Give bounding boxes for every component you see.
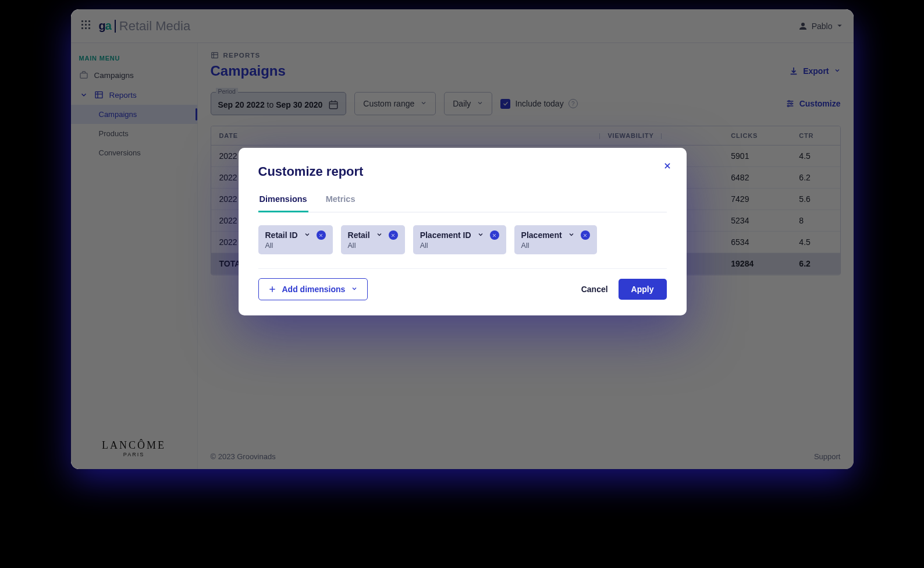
close-icon	[582, 233, 588, 238]
remove-chip-button[interactable]	[317, 230, 326, 240]
remove-chip-button[interactable]	[389, 230, 398, 240]
close-icon	[390, 233, 396, 238]
dimension-chip[interactable]: Retail ID All	[258, 225, 333, 254]
chip-name: Placement	[521, 230, 562, 240]
close-icon	[318, 233, 324, 238]
chip-value: All	[348, 242, 398, 250]
add-dimensions-button[interactable]: Add dimensions	[258, 278, 368, 300]
chevron-down-icon	[477, 230, 484, 240]
chip-name: Retail	[348, 230, 370, 240]
customize-report-modal: Customize report Dimensions Metrics Reta…	[239, 148, 687, 315]
dimension-chip[interactable]: Retail All	[341, 225, 405, 254]
dimension-chip[interactable]: Placement All	[514, 225, 597, 254]
chip-name: Retail ID	[265, 230, 298, 240]
dimension-chips: Retail ID All Retail All Placement ID Al…	[258, 225, 667, 269]
close-icon	[663, 162, 671, 170]
apply-button[interactable]: Apply	[619, 279, 667, 300]
tab-dimensions[interactable]: Dimensions	[258, 194, 308, 212]
chevron-down-icon	[568, 230, 575, 240]
add-dimensions-label: Add dimensions	[282, 285, 346, 294]
chevron-down-icon	[304, 230, 311, 240]
dimension-chip[interactable]: Placement ID All	[413, 225, 506, 254]
close-button[interactable]	[663, 162, 671, 172]
chip-value: All	[521, 242, 590, 250]
chevron-down-icon	[351, 285, 358, 294]
close-icon	[492, 233, 497, 238]
cancel-button[interactable]: Cancel	[571, 279, 619, 300]
remove-chip-button[interactable]	[490, 230, 499, 240]
tab-metrics[interactable]: Metrics	[325, 194, 357, 212]
plus-icon	[268, 285, 276, 293]
chip-value: All	[265, 242, 326, 250]
chevron-down-icon	[376, 230, 383, 240]
chip-name: Placement ID	[420, 230, 471, 240]
modal-tabs: Dimensions Metrics	[258, 194, 667, 212]
chip-value: All	[420, 242, 499, 250]
modal-title: Customize report	[258, 164, 667, 179]
app-frame: ga Retail Media Pablo MAIN MENU Campaign…	[71, 9, 854, 469]
remove-chip-button[interactable]	[581, 230, 590, 240]
